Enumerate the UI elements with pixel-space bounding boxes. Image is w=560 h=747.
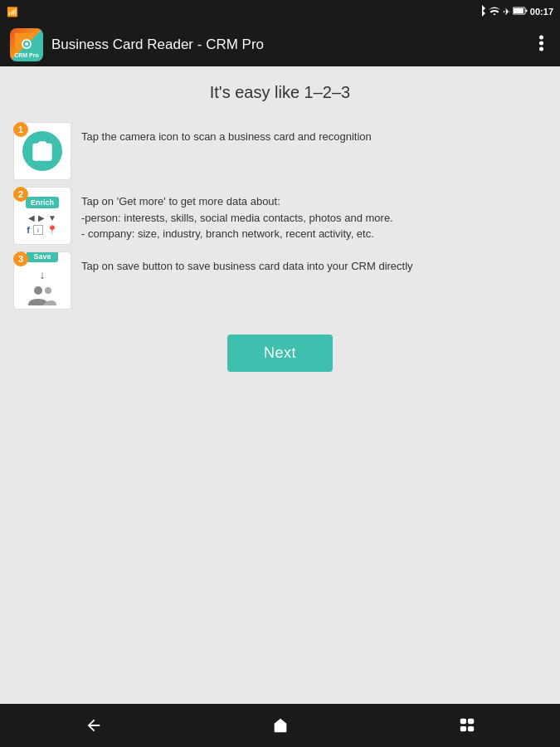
facebook-icon: f — [27, 225, 30, 235]
next-button-wrapper: Next — [13, 334, 547, 372]
enrich-icons-row: ◀ ▶ ▼ — [28, 213, 56, 222]
step-2-text: Tap on 'Get more' to get more data about… — [81, 187, 547, 242]
step-3-image-wrapper: 3 Save ↓ — [13, 251, 71, 310]
status-bar-right: ✈ 00:17 — [478, 5, 553, 18]
step-2-number: 2 — [13, 187, 28, 202]
step-1-number: 1 — [13, 122, 28, 137]
notification-icon: 📶 — [7, 7, 18, 17]
camera-icon-wrapper — [22, 131, 62, 171]
app-title: Business Card Reader - CRM Pro — [51, 37, 533, 53]
svg-point-10 — [539, 46, 543, 51]
svg-rect-1 — [514, 8, 523, 13]
enrich-row2: f i 📍 — [27, 225, 58, 236]
step-1: 1 Tap the camera icon to scan a business… — [13, 122, 547, 180]
home-button[interactable] — [255, 710, 306, 741]
step-3-number: 3 — [13, 251, 28, 266]
camera-icon — [31, 139, 54, 163]
svg-rect-13 — [460, 720, 465, 724]
svg-rect-14 — [468, 720, 473, 724]
app-bar: CRM Pro Business Card Reader - CRM Pro — [0, 23, 560, 66]
arrow-left-icon: ◀ — [28, 213, 35, 222]
logo-text: CRM Pro — [14, 52, 39, 58]
battery-icon — [513, 7, 528, 17]
step-1-text: Tap the camera icon to scan a business c… — [81, 122, 547, 145]
next-button[interactable]: Next — [227, 334, 333, 372]
svg-point-9 — [539, 41, 543, 45]
status-bar: 📶 ✈ 00:17 — [0, 0, 560, 23]
step-3-text: Tap on save button to save business card… — [81, 251, 547, 275]
airplane-icon: ✈ — [503, 7, 510, 17]
svg-point-8 — [539, 35, 543, 39]
location-icon: 📍 — [46, 225, 58, 236]
back-button[interactable] — [68, 710, 119, 741]
bottom-bar — [0, 704, 560, 747]
save-arrow-icon: ↓ — [40, 268, 46, 281]
step-3: 3 Save ↓ — [13, 251, 547, 310]
menu-button[interactable] — [533, 32, 550, 59]
enrich-card: Enrich ◀ ▶ ▼ f i 📍 — [17, 197, 67, 236]
page-title: It's easy like 1–2–3 — [13, 83, 547, 102]
svg-point-12 — [45, 287, 51, 294]
svg-rect-16 — [468, 727, 473, 731]
wifi-icon — [489, 7, 500, 17]
status-time: 00:17 — [530, 7, 553, 17]
svg-rect-15 — [460, 727, 465, 731]
recents-icon — [458, 716, 476, 735]
svg-point-7 — [25, 42, 28, 46]
back-icon — [85, 716, 103, 735]
arrow-right-icon: ▶ — [38, 213, 45, 222]
recents-button[interactable] — [441, 710, 493, 741]
save-label: Save — [27, 251, 57, 262]
steps-container: 1 Tap the camera icon to scan a business… — [13, 122, 547, 310]
step-1-image-wrapper: 1 — [13, 122, 71, 180]
people-icon — [28, 284, 56, 310]
info-icon: i — [33, 225, 43, 235]
svg-rect-2 — [525, 10, 527, 12]
main-content: It's easy like 1–2–3 1 Tap the camera ic… — [0, 66, 560, 704]
arrow-down-icon: ▼ — [48, 213, 56, 222]
step-2-image-wrapper: 2 Enrich ◀ ▶ ▼ f i — [13, 187, 71, 245]
home-icon — [271, 716, 290, 735]
app-logo: CRM Pro — [10, 28, 43, 61]
bluetooth-icon — [478, 5, 486, 18]
enrich-label: Enrich — [26, 197, 59, 208]
status-bar-left: 📶 — [7, 7, 18, 17]
svg-point-11 — [34, 286, 42, 295]
step-2: 2 Enrich ◀ ▶ ▼ f i — [13, 187, 547, 245]
